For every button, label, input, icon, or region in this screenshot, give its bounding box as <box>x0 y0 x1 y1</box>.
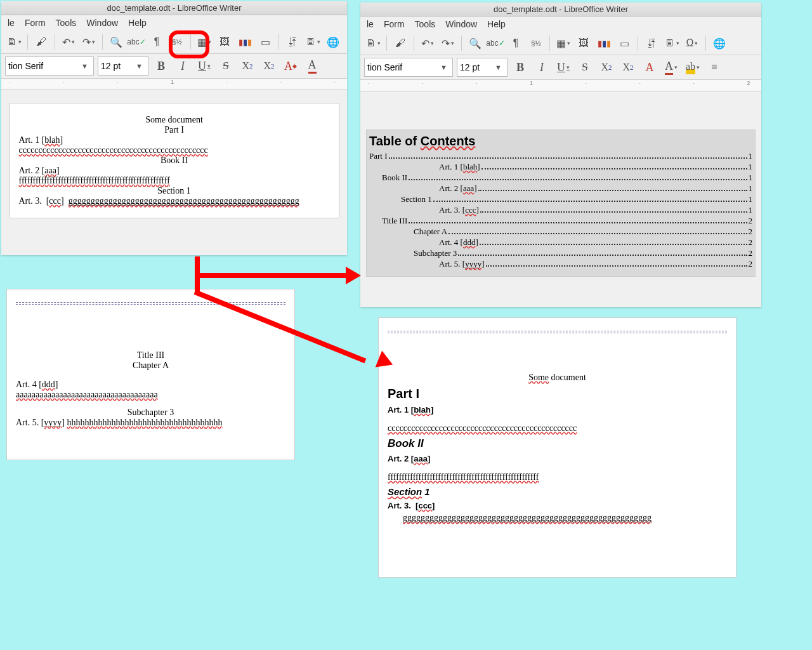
page-break-button[interactable]: ⭿ <box>284 33 301 51</box>
document-page[interactable]: Some document Part I Art. 1 [blah] ccccc… <box>10 103 339 218</box>
italic-button[interactable]: I <box>174 57 192 75</box>
find-button[interactable]: 🔍 <box>466 34 484 52</box>
insert-special-button[interactable]: Ω <box>683 34 701 52</box>
undo-button[interactable]: ↶ <box>419 34 436 52</box>
chapter-numbering-button[interactable]: §½ <box>168 33 186 51</box>
menu-file[interactable]: le <box>367 19 374 29</box>
menu-help[interactable]: Help <box>128 18 147 28</box>
insert-image-button[interactable]: 🖼 <box>575 34 593 52</box>
separator <box>705 36 706 51</box>
subscript-button[interactable]: X2 <box>260 57 278 75</box>
page-divider <box>16 302 285 303</box>
underline-button[interactable]: U <box>554 58 572 76</box>
formatting-marks-button[interactable]: ¶ <box>148 33 166 51</box>
heading-part1: Part I <box>388 387 727 401</box>
hyperlink-button[interactable]: 🌐 <box>324 33 342 51</box>
font-size-select[interactable]: ▼ <box>98 56 148 76</box>
page-break-button[interactable]: ⭿ <box>643 34 660 52</box>
bold-button[interactable]: B <box>152 57 170 75</box>
clone-formatting-button[interactable]: 🖌 <box>32 33 50 51</box>
para-body2: ffffffffffffffffffffffffffffffffffffffff… <box>19 176 330 186</box>
toc-entry[interactable]: Art. 3. [ccc]1 <box>369 205 752 215</box>
subscript-button[interactable]: X2 <box>619 58 637 76</box>
toc-entry[interactable]: Art. 5. [yyyy]2 <box>369 259 752 269</box>
toc-entry[interactable]: Art. 4 [ddd]2 <box>369 237 752 248</box>
formatting-toolbar: ▼ ▼ B I U S X2 X2 A A ab ≡ <box>360 55 761 80</box>
menu-help[interactable]: Help <box>487 19 506 29</box>
underline-button[interactable]: U <box>195 57 213 75</box>
arrow-1-head <box>346 267 361 284</box>
undo-button[interactable]: ↶ <box>60 33 77 51</box>
font-color-button[interactable]: A <box>662 58 680 76</box>
menu-tools[interactable]: Tools <box>56 18 77 28</box>
font-size-select[interactable]: ▼ <box>457 58 508 77</box>
insert-textbox-button[interactable]: ▭ <box>256 33 274 51</box>
toc-entry[interactable]: Book II1 <box>369 173 752 183</box>
insert-table-button[interactable]: ▦ <box>554 34 572 52</box>
font-name-input[interactable] <box>367 62 438 72</box>
para-art5: Art. 5. [yyyy] hhhhhhhhhhhhhhhhhhhhhhhhh… <box>16 418 285 428</box>
toc-title: Table of Contents <box>369 134 752 149</box>
find-button[interactable]: 🔍 <box>107 33 125 51</box>
font-name-select[interactable]: ▼ <box>5 56 94 76</box>
clone-formatting-button[interactable]: 🖌 <box>391 34 409 52</box>
redo-button[interactable]: ↷ <box>439 34 457 52</box>
menu-window[interactable]: Window <box>445 19 477 29</box>
superscript-button[interactable]: X2 <box>239 57 256 75</box>
heading-section1: Section 1 <box>19 186 330 196</box>
insert-chart-button[interactable]: ▮▮▮ <box>236 33 254 51</box>
new-doc-button[interactable]: 🗎 <box>5 33 23 51</box>
toc-entry[interactable]: Art. 2 [aaa]1 <box>369 183 752 194</box>
heading-chapterA: Chapter A <box>16 361 285 371</box>
redo-button[interactable]: ↷ <box>80 33 98 51</box>
italic-button[interactable]: I <box>533 58 551 76</box>
clear-formatting-button[interactable]: A <box>641 58 658 76</box>
spellcheck-button[interactable]: abc✓ <box>487 34 504 52</box>
strikethrough-button[interactable]: S <box>217 57 235 75</box>
para-art3: Art. 3. [ccc] <box>388 501 727 510</box>
font-name-select[interactable]: ▼ <box>364 58 453 77</box>
font-size-input[interactable] <box>101 61 133 71</box>
dropdown-icon: ▼ <box>438 63 450 71</box>
font-name-input[interactable] <box>8 61 79 71</box>
toc-entry[interactable]: Title III2 <box>369 216 752 226</box>
document-page-after[interactable]: Some document Part I Art. 1 [blah] ccccc… <box>378 317 737 578</box>
insert-field-button[interactable]: 🗏 <box>663 34 681 52</box>
menu-file[interactable]: le <box>8 18 15 28</box>
toc-entry[interactable]: Art. 1 [blah]1 <box>369 162 752 172</box>
strikethrough-button[interactable]: S <box>576 58 594 76</box>
separator <box>461 36 462 51</box>
align-button[interactable]: ≡ <box>705 58 723 76</box>
document-page-toc[interactable]: Table of Contents Part I1Art. 1 [blah]1B… <box>366 129 756 277</box>
hyperlink-button[interactable]: 🌐 <box>710 34 728 52</box>
toc-entry[interactable]: Part I1 <box>369 151 752 161</box>
insert-image-button[interactable]: 🖼 <box>216 33 233 51</box>
bold-button[interactable]: B <box>511 58 529 76</box>
insert-field-button[interactable]: 🗏 <box>304 33 322 51</box>
highlight-button[interactable]: ab <box>684 58 702 76</box>
menubar: le Form Tools Window Help <box>1 15 347 30</box>
para-body1: cccccccccccccccccccccccccccccccccccccccc… <box>388 423 727 434</box>
menu-form[interactable]: Form <box>384 19 405 29</box>
insert-table-button[interactable]: ▦ <box>195 33 213 51</box>
toc-entry[interactable]: Subchapter 32 <box>369 248 752 258</box>
new-doc-button[interactable]: 🗎 <box>364 34 382 52</box>
toc-entry[interactable]: Section 11 <box>369 194 752 204</box>
toc-entry[interactable]: Chapter A2 <box>369 227 752 237</box>
chapter-numbering-button[interactable]: §½ <box>527 34 545 52</box>
font-color-button[interactable]: A <box>303 57 321 75</box>
menu-window[interactable]: Window <box>86 18 118 28</box>
menu-form[interactable]: Form <box>25 18 46 28</box>
main-toolbar: 🗎 🖌 ↶ ↷ 🔍 abc✓ ¶ §½ ▦ 🖼 ▮▮▮ ▭ ⭿ 🗏 Ω 🌐 <box>360 32 761 55</box>
insert-chart-button[interactable]: ▮▮▮ <box>595 34 613 52</box>
para-art1: Art. 1 [blah] <box>388 405 727 415</box>
font-size-input[interactable] <box>460 62 492 72</box>
spellcheck-button[interactable]: abc✓ <box>128 33 145 51</box>
superscript-button[interactable]: X2 <box>598 58 615 76</box>
clear-formatting-button[interactable]: A◆ <box>282 57 299 75</box>
formatting-marks-button[interactable]: ¶ <box>507 34 525 52</box>
insert-textbox-button[interactable]: ▭ <box>615 34 633 52</box>
window-title: doc_template.odt - LibreOffice Writer <box>1 1 347 15</box>
menu-tools[interactable]: Tools <box>415 19 436 29</box>
para-body2: ffffffffffffffffffffffffffffffffffffffff… <box>388 472 727 482</box>
